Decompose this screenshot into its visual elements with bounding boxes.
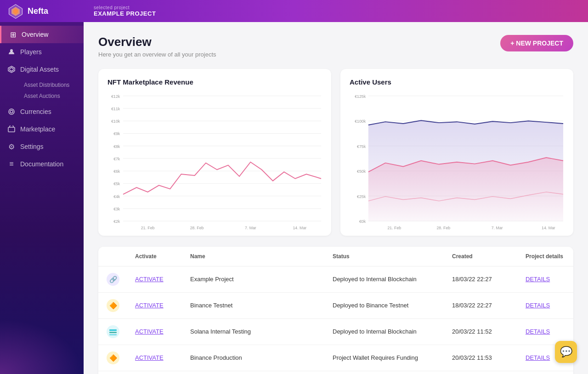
row-activate-cell: ACTIVATE — [128, 318, 183, 345]
svg-text:7. Mar: 7. Mar — [492, 226, 503, 230]
sidebar-sub-digital-assets: Asset Distributions Asset Auctions — [0, 78, 84, 103]
logo: Nefta — [7, 3, 90, 19]
project-name: EXAMPLE PROJECT — [94, 10, 156, 17]
table-row: 🔗 ACTIVATE Polygon Production Project Wa… — [98, 371, 573, 374]
row-created-cell: 20/03/22 11:53 — [445, 371, 518, 374]
details-link[interactable]: DETAILS — [526, 328, 550, 335]
project-icon-binance-yellow: 🔶 — [106, 298, 120, 313]
col-activate: Activate — [128, 247, 183, 266]
row-details-cell: DETAILS — [518, 371, 573, 374]
svg-text:21. Feb: 21. Feb — [141, 226, 155, 230]
row-created-cell: 18/03/22 22:27 — [445, 266, 518, 292]
sidebar-label-marketplace: Marketplace — [20, 125, 55, 133]
sidebar-item-currencies[interactable]: Currencies — [0, 103, 84, 120]
nft-chart-title: NFT Marketplace Revenue — [107, 78, 322, 86]
documentation-icon: ≡ — [7, 160, 16, 168]
row-status-cell: Project Wallet Requires Funding — [325, 371, 445, 374]
sidebar-item-marketplace[interactable]: Marketplace — [0, 120, 84, 138]
svg-text:€10k: €10k — [111, 119, 120, 124]
col-icon — [98, 247, 128, 266]
sidebar-label-currencies: Currencies — [20, 108, 51, 115]
row-activate-cell: ACTIVATE — [128, 266, 183, 292]
project-icon-purple-chain: 🔗 — [106, 272, 120, 287]
svg-text:€3k: €3k — [113, 207, 120, 211]
chat-button[interactable]: 💬 — [555, 341, 577, 363]
activate-link[interactable]: ACTIVATE — [135, 328, 164, 335]
sidebar-item-players[interactable]: Players — [0, 43, 84, 61]
project-icon-binance-yellow: 🔶 — [106, 351, 120, 365]
sidebar-item-overview[interactable]: ⊞ Overview — [0, 26, 84, 43]
svg-point-7 — [10, 110, 13, 113]
svg-text:€9k: €9k — [113, 131, 120, 136]
svg-rect-8 — [8, 127, 15, 132]
row-name-cell: Binance Testnet — [183, 292, 325, 318]
svg-text:€0k: €0k — [359, 219, 366, 224]
svg-text:€100k: €100k — [355, 119, 366, 124]
sidebar-item-asset-auctions[interactable]: Asset Auctions — [20, 91, 84, 101]
table-header-row: Activate Name Status Created Project det… — [98, 247, 573, 266]
new-project-button[interactable]: + NEW PROJECT — [500, 35, 573, 51]
svg-text:28. Feb: 28. Feb — [436, 226, 450, 230]
details-link[interactable]: DETAILS — [526, 302, 550, 309]
settings-icon: ⚙ — [7, 142, 16, 151]
row-created-cell: 20/03/22 11:53 — [445, 345, 518, 371]
svg-rect-58 — [109, 329, 117, 331]
svg-text:€125k: €125k — [355, 94, 366, 99]
row-icon-cell: 🔶 — [98, 345, 128, 371]
row-icon-cell: 🔶 — [98, 292, 128, 318]
svg-text:€2k: €2k — [113, 219, 120, 224]
svg-text:€25k: €25k — [357, 194, 366, 199]
row-status-cell: Deployed to Internal Blockchain — [325, 318, 445, 345]
nft-chart-svg: €12k €11k €10k €9k €8k €7k €6k €5k €4k €… — [107, 91, 322, 230]
active-users-chart-card: Active Users €125k €100k €75k €50k €25k … — [340, 69, 573, 236]
project-info: selected project EXAMPLE PROJECT — [94, 5, 156, 17]
sidebar: ⊞ Overview Players Digital Assets Asset … — [0, 22, 84, 374]
page-header-text: Overview Here you get an overview of all… — [98, 35, 216, 58]
sidebar-label-digital-assets: Digital Assets — [20, 66, 59, 73]
svg-text:14. Mar: 14. Mar — [293, 226, 307, 230]
svg-marker-5 — [10, 68, 13, 71]
svg-rect-60 — [109, 334, 117, 335]
svg-text:€6k: €6k — [113, 169, 120, 174]
sidebar-item-documentation[interactable]: ≡ Documentation — [0, 155, 84, 173]
row-name-cell: Polygon Production — [183, 371, 325, 374]
svg-text:€4k: €4k — [113, 194, 120, 199]
row-status-cell: Deployed to Binance Testnet — [325, 292, 445, 318]
col-name: Name — [183, 247, 325, 266]
sidebar-item-asset-distributions[interactable]: Asset Distributions — [20, 80, 84, 90]
svg-text:21. Feb: 21. Feb — [387, 226, 401, 230]
nft-chart-area: €12k €11k €10k €9k €8k €7k €6k €5k €4k €… — [107, 91, 322, 230]
svg-text:14. Mar: 14. Mar — [542, 226, 555, 230]
sidebar-label-documentation: Documentation — [20, 160, 63, 168]
table-row: 🔶 ACTIVATE Binance Testnet Deployed to B… — [98, 292, 573, 318]
row-details-cell: DETAILS — [518, 292, 573, 318]
row-details-cell: DETAILS — [518, 266, 573, 292]
details-link[interactable]: DETAILS — [526, 354, 550, 361]
row-name-cell: Binance Production — [183, 345, 325, 371]
chat-icon: 💬 — [560, 346, 572, 358]
sidebar-label-settings: Settings — [20, 143, 44, 150]
svg-text:7. Mar: 7. Mar — [245, 226, 256, 230]
activate-link[interactable]: ACTIVATE — [135, 302, 164, 309]
svg-point-6 — [9, 109, 14, 114]
details-link[interactable]: DETAILS — [526, 276, 550, 283]
projects-table-card: Activate Name Status Created Project det… — [98, 247, 573, 374]
col-created: Created — [445, 247, 518, 266]
players-icon — [7, 48, 16, 56]
svg-text:€5k: €5k — [113, 181, 120, 186]
svg-text:€7k: €7k — [113, 157, 120, 161]
sidebar-item-settings[interactable]: ⚙ Settings — [0, 138, 84, 155]
sidebar-item-digital-assets[interactable]: Digital Assets — [0, 61, 84, 78]
table-row: 🔶 ACTIVATE Binance Production Project Wa… — [98, 345, 573, 371]
sidebar-label-overview: Overview — [22, 31, 48, 38]
svg-marker-4 — [8, 66, 15, 73]
row-activate-cell: ACTIVATE — [128, 371, 183, 374]
logo-text: Nefta — [28, 6, 48, 16]
activate-link[interactable]: ACTIVATE — [135, 354, 164, 361]
row-activate-cell: ACTIVATE — [128, 345, 183, 371]
activate-link[interactable]: ACTIVATE — [135, 276, 164, 283]
svg-rect-59 — [109, 332, 117, 333]
col-status: Status — [325, 247, 445, 266]
svg-text:🔶: 🔶 — [109, 354, 118, 362]
page-subtitle: Here you get an overview of all your pro… — [98, 51, 216, 58]
